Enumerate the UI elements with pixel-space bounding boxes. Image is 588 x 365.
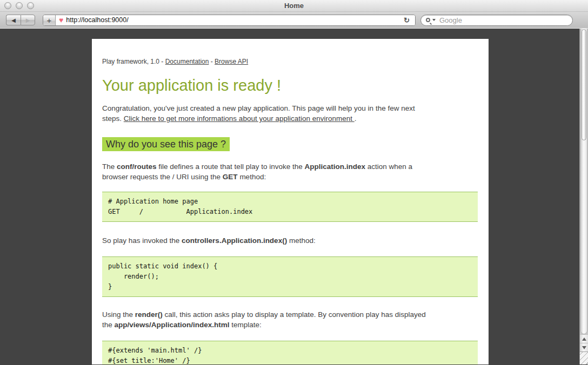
controllers-term: controllers.Application.index(): [182, 236, 287, 245]
add-bookmark-button[interactable]: +: [43, 15, 56, 25]
titlebar: Home: [0, 0, 588, 12]
forward-icon: ▶: [26, 17, 30, 23]
get-term: GET: [223, 173, 238, 181]
page-content: Play framework, 1.0 - Documentation - Br…: [92, 39, 489, 364]
browser-toolbar: ◀ ▶ + ♥ http://localhost:9000/ ↻ Google: [0, 12, 588, 29]
template-path-term: app/views/Application/index.html: [115, 321, 230, 329]
plus-icon: +: [47, 16, 52, 25]
forward-button[interactable]: ▶: [21, 15, 35, 25]
scrollbar-arrows: [580, 334, 588, 352]
heart-favicon-icon: ♥: [59, 16, 63, 24]
browser-window: Home ◀ ▶ + ♥ http://localhost:9000/ ↻ Go…: [0, 0, 588, 365]
arrow-up-icon: [582, 337, 586, 341]
search-icon: [426, 18, 430, 22]
vertical-scrollbar[interactable]: [579, 29, 588, 364]
invoked-paragraph: So play has invoked the controllers.Appl…: [102, 235, 478, 246]
address-bar-group: + ♥ http://localhost:9000/ ↻: [43, 15, 416, 26]
search-placeholder: Google: [439, 16, 462, 24]
meta-prefix: Play framework, 1.0 -: [102, 58, 165, 65]
window-controls: [4, 2, 34, 9]
minimize-button[interactable]: [16, 2, 23, 9]
render-call-term: render(): [135, 310, 163, 319]
url-text: http://localhost:9000/: [66, 16, 402, 24]
scrollbar-track[interactable]: [580, 29, 587, 334]
intro-line-2: steps. Click here to get more informatio…: [102, 113, 478, 124]
environment-info-link[interactable]: Click here to get more informations abou…: [124, 114, 355, 123]
address-bar[interactable]: ♥ http://localhost:9000/ ↻: [56, 15, 415, 25]
back-icon: ◀: [11, 17, 16, 23]
page-title: Your application is ready !: [102, 76, 478, 94]
routes-code-block: # Application home page GET / Applicatio…: [102, 192, 478, 222]
routes-paragraph: The conf/routes file defines a route tha…: [102, 161, 478, 182]
page-viewport: Play framework, 1.0 - Documentation - Br…: [0, 29, 588, 364]
documentation-link[interactable]: Documentation: [165, 58, 209, 65]
scrollbar-thumb[interactable]: [582, 29, 586, 140]
search-field[interactable]: Google: [420, 15, 573, 26]
browse-api-link[interactable]: Browse API: [215, 58, 248, 65]
render-paragraph: Using the render() call, this action ask…: [102, 309, 478, 330]
back-button[interactable]: ◀: [6, 15, 21, 25]
section-heading: Why do you see this page ?: [102, 137, 478, 151]
application-index-term: Application.index: [304, 163, 365, 171]
action-code-block: public static void index() { render(); }: [102, 256, 478, 297]
arrow-down-icon: [582, 346, 586, 349]
reload-icon[interactable]: ↻: [402, 16, 412, 24]
intro-paragraph: Congratulation, you've just created a ne…: [102, 103, 478, 124]
scroll-down-button[interactable]: [580, 343, 588, 352]
section-heading-highlight: Why do you see this page ?: [102, 137, 230, 151]
conf-routes-term: conf/routes: [117, 163, 157, 171]
scroll-up-button[interactable]: [580, 334, 588, 343]
intro-line-1: Congratulation, you've just created a ne…: [102, 103, 478, 113]
nav-buttons: ◀ ▶: [6, 15, 35, 25]
resize-grip-icon[interactable]: [580, 352, 588, 364]
close-button[interactable]: [4, 2, 11, 9]
window-title: Home: [0, 0, 588, 12]
meta-separator: -: [209, 58, 215, 65]
search-options-caret-icon[interactable]: [432, 19, 436, 21]
template-code-block: #{extends 'main.html' /} #{set title:'Ho…: [102, 341, 478, 364]
breadcrumb: Play framework, 1.0 - Documentation - Br…: [102, 57, 478, 67]
zoom-button[interactable]: [27, 2, 34, 9]
